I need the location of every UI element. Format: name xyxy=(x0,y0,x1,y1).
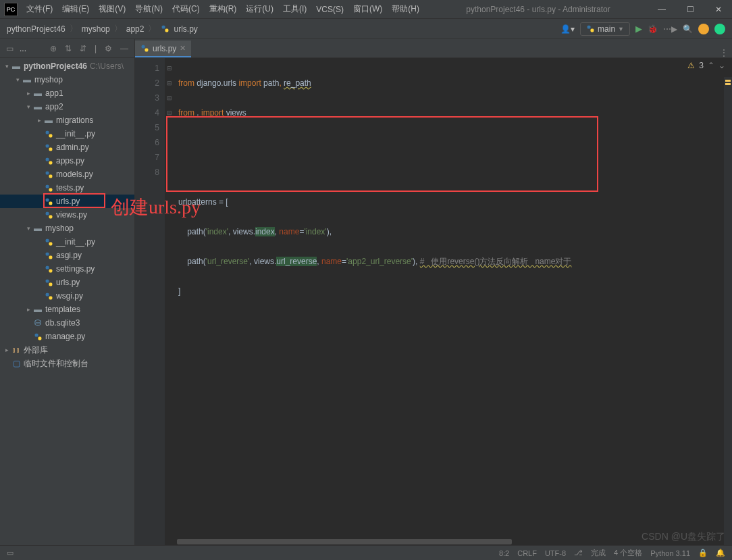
down-icon[interactable]: ⌄ xyxy=(718,61,725,70)
tree-myshop[interactable]: ▾▬myshop xyxy=(0,73,134,86)
tree-app2[interactable]: ▾▬app2 xyxy=(0,100,134,113)
tree-file[interactable]: admin.py xyxy=(0,141,134,154)
menu-refactor[interactable]: 重构(R) xyxy=(205,3,242,15)
tree-label: templates xyxy=(45,305,80,314)
tree-label: views.py xyxy=(56,210,87,220)
tree-label: asgi.py xyxy=(56,251,82,260)
tab-more-icon[interactable]: ⋮ xyxy=(720,48,728,57)
run-config-dropdown[interactable]: main ▼ xyxy=(580,22,630,36)
tab-close-icon[interactable]: ✕ xyxy=(180,44,186,53)
menu-code[interactable]: 代码(C) xyxy=(167,3,205,15)
tree-file[interactable]: __init__.py xyxy=(0,235,134,249)
gear-icon[interactable]: ⚙ xyxy=(103,44,114,53)
tab-bar: urls.py ✕ ⋮ xyxy=(135,39,732,58)
menu-window[interactable]: 窗口(W) xyxy=(348,3,387,15)
folder-icon: ▬ xyxy=(43,116,54,125)
tree-templates[interactable]: ▸▬templates xyxy=(0,303,134,316)
python-file-icon xyxy=(140,44,149,53)
tree-file[interactable]: asgi.py xyxy=(0,249,134,262)
minimize-icon[interactable]: ― xyxy=(652,3,671,16)
breadcrumb-project[interactable]: pythonProject46 xyxy=(7,24,66,34)
breadcrumb-app2[interactable]: app2 xyxy=(126,24,145,34)
breadcrumb-file[interactable]: urls.py xyxy=(174,24,197,34)
run-more-icon[interactable]: ⋯▶ xyxy=(663,24,677,34)
library-icon: ⫾⫾ xyxy=(11,345,22,355)
chevron-right-icon: 〉 xyxy=(114,23,122,34)
menu-run[interactable]: 运行(U) xyxy=(241,3,278,15)
status-encoding[interactable]: UTF-8 xyxy=(545,549,566,557)
up-icon[interactable]: ⌃ xyxy=(708,61,714,70)
project-tree[interactable]: ▾ ▬ pythonProject46 C:\Users\ ▾▬myshop ▸… xyxy=(0,58,134,545)
breadcrumb-myshop[interactable]: myshop xyxy=(82,24,110,34)
tree-file[interactable]: models.py xyxy=(0,168,134,181)
tab-urls[interactable]: urls.py ✕ xyxy=(135,41,191,57)
status-python[interactable]: Python 3.11 xyxy=(650,549,690,557)
user-icon[interactable]: 👤▾ xyxy=(560,24,575,34)
run-button[interactable]: ▶ xyxy=(635,24,642,34)
tree-file[interactable]: settings.py xyxy=(0,262,134,276)
close-icon[interactable]: ✕ xyxy=(709,3,728,16)
tree-label: app2 xyxy=(45,102,63,111)
tree-scratches[interactable]: ▢临时文件和控制台 xyxy=(0,357,134,370)
debug-button[interactable]: 🐞 xyxy=(648,24,658,34)
tree-manage[interactable]: manage.py xyxy=(0,330,134,343)
svg-rect-29 xyxy=(38,336,41,340)
menu-file[interactable]: 文件(F) xyxy=(22,3,57,15)
project-sidebar: ▭ ... ⊕ ⇅ ⇵ | ⚙ — ▾ ▬ pythonProject46 C:… xyxy=(0,39,135,545)
chevron-right-icon[interactable]: ▸ xyxy=(35,117,43,124)
chevron-down-icon[interactable]: ▾ xyxy=(24,103,32,110)
breadcrumb: pythonProject46 〉 myshop 〉 app2 〉 urls.p… xyxy=(7,23,198,34)
tree-myshop-inner[interactable]: ▾▬myshop xyxy=(0,222,134,235)
locate-icon[interactable]: ⊕ xyxy=(48,44,59,53)
status-eol[interactable]: CRLF xyxy=(517,549,537,557)
project-view-icon[interactable]: ▭ xyxy=(4,44,16,53)
expand-all-icon[interactable]: ⇅ xyxy=(63,44,74,53)
chevron-down-icon[interactable]: ▾ xyxy=(24,225,32,232)
tree-app1[interactable]: ▸▬app1 xyxy=(0,86,134,100)
chevron-down-icon[interactable]: ▾ xyxy=(3,63,11,70)
chevron-right-icon[interactable]: ▸ xyxy=(3,347,11,353)
lock-icon[interactable]: 🔒 xyxy=(698,549,708,557)
menu-view[interactable]: 视图(V) xyxy=(94,3,130,15)
tree-root[interactable]: ▾ ▬ pythonProject46 C:\Users\ xyxy=(0,59,134,73)
status-spaces[interactable]: 4 个空格 xyxy=(614,548,642,558)
error-stripe[interactable] xyxy=(724,77,732,545)
collapse-all-icon[interactable]: ⇵ xyxy=(78,44,88,53)
tree-file[interactable]: wsgi.py xyxy=(0,289,134,303)
tree-file[interactable]: tests.py xyxy=(0,181,134,195)
search-icon[interactable]: 🔍 xyxy=(683,24,693,34)
tree-file[interactable]: __init__.py xyxy=(0,127,134,141)
notifications-icon[interactable]: 🔔 xyxy=(716,549,725,557)
git-icon[interactable]: ⎇ xyxy=(574,549,583,557)
svg-rect-19 xyxy=(49,242,52,245)
status-pos[interactable]: 8:2 xyxy=(499,549,509,557)
warning-icon[interactable]: ⚠ xyxy=(687,61,695,70)
chevron-right-icon[interactable]: ▸ xyxy=(24,90,32,97)
tree-file[interactable]: urls.py xyxy=(0,276,134,289)
hide-icon[interactable]: — xyxy=(118,44,130,53)
code-area[interactable]: 12345678 ⊟⊟⊟⊟ from django.urls import pa… xyxy=(135,58,732,545)
navbar: pythonProject46 〉 myshop 〉 app2 〉 urls.p… xyxy=(0,19,732,39)
tool-window-icon[interactable]: ▭ xyxy=(7,549,14,557)
menu-tools[interactable]: 工具(I) xyxy=(278,3,311,15)
tree-db[interactable]: ⛁db.sqlite3 xyxy=(0,316,134,330)
code-content[interactable]: from django.urls import path, re_path fr… xyxy=(165,58,732,545)
status-vcs[interactable]: 完成 xyxy=(591,548,606,558)
warning-count: 3 xyxy=(699,61,704,70)
python-file-icon xyxy=(43,184,54,193)
chevron-right-icon[interactable]: ▸ xyxy=(24,306,32,313)
tree-file[interactable]: apps.py xyxy=(0,154,134,168)
code-with-me-icon[interactable] xyxy=(714,24,725,34)
tree-external[interactable]: ▸⫾⫾外部库 xyxy=(0,343,134,357)
pycharm-logo: PC xyxy=(4,3,18,16)
menu-vcs[interactable]: VCS(S) xyxy=(311,5,348,14)
chevron-down-icon[interactable]: ▾ xyxy=(14,76,22,83)
maximize-icon[interactable]: ☐ xyxy=(681,3,700,16)
ide-update-icon[interactable] xyxy=(698,24,709,34)
menu-edit[interactable]: 编辑(E) xyxy=(57,3,94,15)
menu-help[interactable]: 帮助(H) xyxy=(387,3,424,15)
horizontal-scrollbar[interactable] xyxy=(165,538,723,545)
tree-migrations[interactable]: ▸▬migrations xyxy=(0,113,134,127)
menu-navigate[interactable]: 导航(N) xyxy=(130,3,167,15)
tree-label: urls.py xyxy=(56,197,80,206)
